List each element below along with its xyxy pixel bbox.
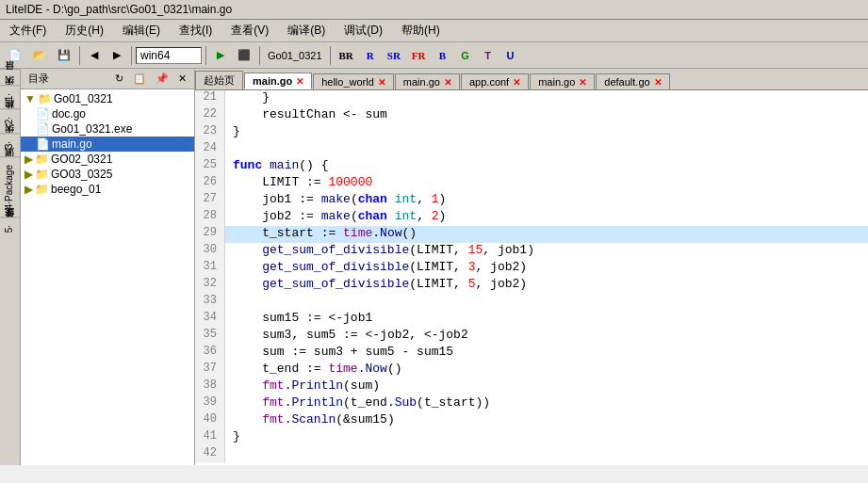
code-line-37: 37 t_end := time.Now() <box>195 362 868 378</box>
toolbar-t[interactable]: T <box>478 47 499 64</box>
left-sidebar: 目录 1·大纲 2·构建 3·大纲 4·Package测试 5·文件系统 <box>0 69 21 465</box>
tree-folder-go01-0321[interactable]: ▼ 📁 Go01_0321 <box>21 91 194 106</box>
code-line-36: 36 sum := sum3 + sum5 - sum15 <box>195 345 868 362</box>
line-content-36: sum := sum3 + sum5 - sum15 <box>225 345 868 362</box>
tree-file-main[interactable]: 📄 main.go <box>21 137 194 152</box>
toolbar-forward[interactable]: ▶ <box>106 46 127 64</box>
folder-triangle-beego-icon: ▶ <box>25 183 33 196</box>
toolbar-sr[interactable]: SR <box>383 47 405 64</box>
line-content-35: sum3, sum5 := <-job2, <-job2 <box>225 328 868 345</box>
filetree-close-btn[interactable]: ✕ <box>174 72 190 86</box>
toolbar-sep1 <box>79 46 80 65</box>
titlebar-text: LiteIDE - D:\go_path\src\Go01_0321\main.… <box>6 3 232 16</box>
tab-app-conf-close[interactable]: ✕ <box>513 77 520 88</box>
build-target-input[interactable] <box>136 47 202 64</box>
tab-start[interactable]: 起始页 <box>195 71 243 89</box>
menubar-item-文件(F)[interactable]: 文件(F) <box>4 22 52 40</box>
tab-main2-close[interactable]: ✕ <box>444 77 451 88</box>
folder-label-go01: Go01_0321 <box>54 92 113 105</box>
code-line-26: 26 LIMIT := 100000 <box>195 175 868 192</box>
line-num-34: 34 <box>195 311 225 328</box>
line-content-34: sum15 := <-job1 <box>225 311 868 328</box>
tab-hello-world-close[interactable]: ✕ <box>378 77 385 88</box>
tab-default-go[interactable]: default.go ✕ <box>596 73 669 89</box>
menubar-item-历史(H)[interactable]: 历史(H) <box>59 22 109 40</box>
toolbar-br[interactable]: BR <box>335 47 358 64</box>
tab-app-conf[interactable]: app.conf ✕ <box>461 73 529 89</box>
line-content-25: func main() { <box>225 158 868 175</box>
toolbar-b[interactable]: B <box>433 47 453 64</box>
tree-file-exe[interactable]: 📄 Go01_0321.exe <box>21 121 194 137</box>
tree-folder-go03[interactable]: ▶ 📁 GO03_0325 <box>21 167 194 182</box>
line-num-42: 42 <box>195 446 225 463</box>
code-area[interactable]: 21 } 22 resultChan <- sum 23 } 24 25 <box>195 90 868 465</box>
line-num-37: 37 <box>195 362 225 378</box>
line-num-26: 26 <box>195 175 225 192</box>
toolbar-new[interactable]: 📄 <box>4 46 26 64</box>
line-num-28: 28 <box>195 209 225 226</box>
code-line-25: 25 func main() { <box>195 158 868 175</box>
line-content-24 <box>225 141 868 158</box>
tree-folder-go02[interactable]: ▶ 📁 GO02_0321 <box>21 152 194 167</box>
toolbar-g[interactable]: G <box>455 47 476 64</box>
filetree-refresh-btn[interactable]: ↻ <box>111 72 127 86</box>
folder-icon-go03: 📁 <box>35 168 49 181</box>
menubar-item-查找(I)[interactable]: 查找(I) <box>173 22 218 40</box>
tab-main3-close[interactable]: ✕ <box>579 77 586 88</box>
line-content-26: LIMIT := 100000 <box>225 175 868 192</box>
menubar-item-帮助(H)[interactable]: 帮助(H) <box>396 22 446 40</box>
filetree-label: 目录 <box>25 71 53 87</box>
line-num-33: 33 <box>195 294 225 311</box>
tab-main1-close[interactable]: ✕ <box>296 76 303 87</box>
toolbar-save[interactable]: 💾 <box>53 46 75 64</box>
line-num-40: 40 <box>195 412 225 429</box>
code-line-22: 22 resultChan <- sum <box>195 107 868 124</box>
menubar-item-编辑(E)[interactable]: 编辑(E) <box>117 22 166 40</box>
project-name: Go01_0321 <box>264 49 326 62</box>
menubar-item-编译(B)[interactable]: 编译(B) <box>282 22 331 40</box>
main-layout: 目录 1·大纲 2·构建 3·大纲 4·Package测试 5·文件系统 目录 … <box>0 69 868 465</box>
filetree-copy-btn[interactable]: 📋 <box>129 72 150 86</box>
filetree-pin-btn[interactable]: 📌 <box>152 72 172 86</box>
titlebar: LiteIDE - D:\go_path\src\Go01_0321\main.… <box>0 0 868 20</box>
tab-main2[interactable]: main.go ✕ <box>395 73 460 89</box>
toolbar-fr[interactable]: FR <box>407 47 431 64</box>
tab-main3-label: main.go <box>538 76 575 88</box>
toolbar-u[interactable]: U <box>500 47 521 64</box>
menubar-item-调试(D)[interactable]: 调试(D) <box>338 22 388 40</box>
line-content-40: fmt.Scanln(&sum15) <box>225 412 868 429</box>
filetree-toolbar: 目录 ↻ 📋 📌 ✕ <box>21 69 194 89</box>
tab-default-go-close[interactable]: ✕ <box>654 77 662 88</box>
menubar: 文件(F)历史(H)编辑(E)查找(I)查看(V)编译(B)调试(D)帮助(H) <box>0 20 868 42</box>
menubar-item-查看(V)[interactable]: 查看(V) <box>225 22 274 40</box>
vtab-pkg-test[interactable]: 4·Package测试 <box>0 156 20 217</box>
toolbar-sep5 <box>330 46 331 65</box>
vtab-directory[interactable]: 目录 <box>0 69 20 85</box>
tab-main1-label: main.go <box>253 75 292 87</box>
tab-main1[interactable]: main.go ✕ <box>244 72 312 89</box>
line-num-39: 39 <box>195 395 225 412</box>
toolbar-back[interactable]: ◀ <box>84 46 105 64</box>
line-num-27: 27 <box>195 192 225 209</box>
folder-label-go02: GO02_0321 <box>51 153 112 166</box>
tree-folder-beego[interactable]: ▶ 📁 beego_01 <box>21 182 194 197</box>
line-content-27: job1 := make(chan int, 1) <box>225 192 868 209</box>
line-num-24: 24 <box>195 141 225 158</box>
code-line-34: 34 sum15 := <-job1 <box>195 311 868 328</box>
vtab-outline2[interactable]: 3·大纲 <box>0 133 20 156</box>
tab-main3[interactable]: main.go ✕ <box>530 73 595 89</box>
toolbar-run[interactable]: ▶ <box>210 46 231 64</box>
toolbar-stop[interactable]: ⬛ <box>233 46 255 64</box>
vtab-build[interactable]: 2·构建 <box>0 108 20 132</box>
file-label-exe: Go01_0321.exe <box>52 122 132 136</box>
toolbar-open[interactable]: 📂 <box>28 46 51 64</box>
code-panel: 起始页 main.go ✕ hello_world ✕ main.go ✕ ap… <box>195 69 868 465</box>
code-line-29: 29 t_start := time.Now() <box>195 226 868 243</box>
line-content-29: t_start := time.Now() <box>225 226 868 243</box>
vtab-outline1[interactable]: 1·大纲 <box>0 85 20 108</box>
tab-hello-world[interactable]: hello_world ✕ <box>313 73 394 89</box>
toolbar-r[interactable]: R <box>360 47 381 64</box>
vtab-filesystem[interactable]: 5·文件系统 <box>0 217 20 240</box>
line-num-29: 29 <box>195 226 225 243</box>
tree-file-doc[interactable]: 📄 doc.go <box>21 106 194 121</box>
